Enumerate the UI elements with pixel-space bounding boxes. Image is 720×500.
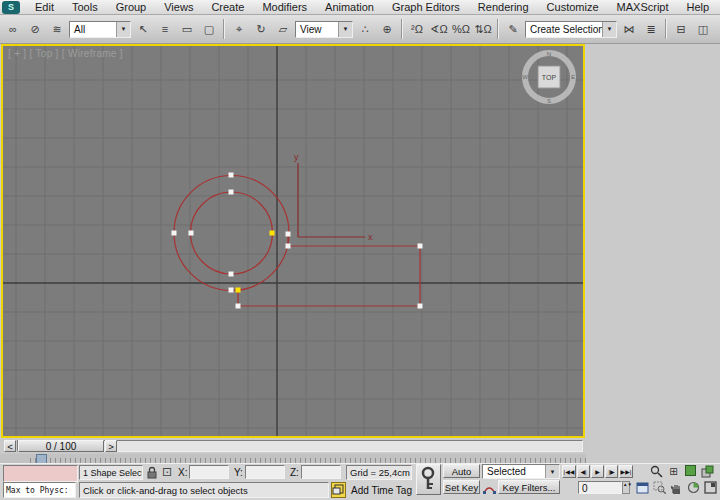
material-editor-icon[interactable]: ◍ <box>715 19 720 39</box>
window-crossing-toggle-icon[interactable]: ▢ <box>199 19 219 39</box>
viewcube-label-n: N <box>547 51 551 57</box>
viewport-top-wireframe[interactable]: yxTOPNSEW [ + ] [ Top ] [ Wireframe ] <box>3 46 583 436</box>
use-pivot-point-center-icon[interactable]: ∴ <box>355 19 375 39</box>
previous-frame-button[interactable]: ◀| <box>577 465 590 478</box>
frame-spinner[interactable]: ▲▼ <box>622 481 630 494</box>
status-bar: Max to Physc: 1 Shape Selected ⊡ X: Y: Z… <box>0 463 720 500</box>
key-filters-button[interactable]: Key Filters... <box>498 480 560 494</box>
menu-group[interactable]: Group <box>107 1 156 13</box>
menu-rendering[interactable]: Rendering <box>469 1 538 13</box>
align-icon[interactable]: ≣ <box>641 19 661 39</box>
layer-manager-icon[interactable]: ⊟ <box>671 19 691 39</box>
next-frame-button[interactable]: |▶ <box>605 465 618 478</box>
menu-tools[interactable]: Tools <box>63 1 107 13</box>
main-toolbar: ∞ ⊘ ≋ All ▼ ↖ ≡ ▭ ▢ ⌖ ↻ ▱ View ▼ ∴ ⊕ ²Ω … <box>0 15 720 44</box>
absolute-mode-transform-icon[interactable]: ⊡ <box>162 465 172 479</box>
mirror-icon[interactable]: ⋈ <box>619 19 639 39</box>
auto-key-button[interactable]: Auto Key <box>443 464 480 478</box>
zoom-all-icon[interactable]: ⊞ <box>666 465 681 479</box>
toolbar-separator <box>223 19 225 39</box>
current-frame-field[interactable]: 0 <box>578 481 622 494</box>
pan-hand-icon[interactable] <box>669 481 684 495</box>
menu-animation[interactable]: Animation <box>316 1 383 13</box>
time-next-frame-button[interactable]: > <box>105 440 117 452</box>
select-and-manipulate-icon[interactable]: ⊕ <box>377 19 397 39</box>
zoom-extents-all-icon[interactable] <box>700 465 715 479</box>
zoom-icon[interactable] <box>649 465 664 479</box>
unlink-selection-icon[interactable]: ⊘ <box>25 19 45 39</box>
time-slider-handle[interactable]: 0 / 100 <box>18 440 104 452</box>
bind-to-space-warp-icon[interactable]: ≋ <box>47 19 67 39</box>
selection-status: 1 Shape Selected <box>79 465 143 480</box>
prompt-line: Click or click-and-drag to select object… <box>79 482 329 498</box>
maxscript-mini-listener[interactable]: Max to Physc: <box>3 482 76 498</box>
time-configuration-icon[interactable] <box>636 482 649 494</box>
select-by-name-icon[interactable]: ≡ <box>155 19 175 39</box>
select-and-rotate-icon[interactable]: ↻ <box>251 19 271 39</box>
command-panel: ☼ ∫ ⊞ ◎ ▣ ⚒ Rectangle001 Modifier List ▼… <box>586 44 720 463</box>
playback-controls: |◀◀ ◀| ▶ |▶ ▶▶| <box>562 465 633 478</box>
viewcube-label-e: E <box>571 74 575 80</box>
viewport-nav-row1: ⊞ <box>649 465 715 479</box>
viewcube-label-top: TOP <box>542 74 557 81</box>
play-button[interactable]: ▶ <box>591 465 604 478</box>
viewport-nav-row2 <box>652 481 718 495</box>
vertex-handle <box>229 173 234 178</box>
default-in-out-tangent-icon[interactable] <box>483 482 496 495</box>
dropdown-arrow-icon: ▼ <box>602 22 616 37</box>
edit-named-selection-sets-icon[interactable]: ✎ <box>503 19 523 39</box>
x-coord-label: X: <box>178 467 187 478</box>
selection-filter-dropdown[interactable]: All ▼ <box>69 21 131 38</box>
menu-modifiers[interactable]: Modifiers <box>253 1 316 13</box>
add-time-tag[interactable]: Add Time Tag <box>351 485 412 496</box>
vertex-handle <box>286 244 291 249</box>
track-bar[interactable] <box>0 454 586 463</box>
angle-snap-toggle-icon[interactable]: ∢Ω <box>429 19 449 39</box>
orbit-icon[interactable] <box>686 481 701 495</box>
menu-maxscript[interactable]: MAXScript <box>608 1 678 13</box>
coord-system-value: View <box>300 24 322 35</box>
spinner-snap-toggle-icon[interactable]: ⇅Ω <box>473 19 493 39</box>
set-key-button[interactable]: Set Key <box>443 480 480 494</box>
zoom-region-icon[interactable] <box>652 481 667 495</box>
y-coord-field[interactable] <box>245 465 285 479</box>
reference-coordinate-system-dropdown[interactable]: View ▼ <box>295 21 353 38</box>
z-coord-field[interactable] <box>301 465 341 479</box>
selection-region-window-icon[interactable] <box>331 482 346 498</box>
set-keys-button[interactable] <box>416 464 441 495</box>
select-object-icon[interactable]: ↖ <box>133 19 153 39</box>
viewport-canvas[interactable]: yxTOPNSEW <box>3 46 583 436</box>
maximize-viewport-toggle-icon[interactable] <box>703 481 718 495</box>
menu-help[interactable]: Help <box>678 1 719 13</box>
maxscript-mini-listener-pink[interactable] <box>3 465 78 482</box>
menu-views[interactable]: Views <box>155 1 202 13</box>
selection-lock-icon[interactable] <box>146 466 158 479</box>
go-to-start-button[interactable]: |◀◀ <box>562 465 576 478</box>
spline-circle <box>191 192 273 274</box>
grid-setting: Grid = 25,4cm <box>346 465 412 480</box>
vertex-handle <box>172 231 177 236</box>
selection-set-keying-dropdown[interactable]: Selected▼ <box>482 464 560 479</box>
zoom-extents-icon[interactable] <box>683 465 698 479</box>
viewcube-label-w: W <box>522 74 528 80</box>
percent-snap-toggle-icon[interactable]: %Ω <box>451 19 471 39</box>
viewport-label[interactable]: [ + ] [ Top ] [ Wireframe ] <box>8 48 123 59</box>
graph-editors-icon[interactable]: ◫ <box>693 19 713 39</box>
menu-create[interactable]: Create <box>202 1 253 13</box>
3ds-max-window: Edit Tools Group Views Create Modifiers … <box>0 0 720 500</box>
menu-edit[interactable]: Edit <box>26 1 63 13</box>
time-prev-frame-button[interactable]: < <box>4 440 16 452</box>
active-viewport[interactable]: yxTOPNSEW [ + ] [ Top ] [ Wireframe ] <box>1 44 585 438</box>
select-and-move-icon[interactable]: ⌖ <box>229 19 249 39</box>
named-selection-sets-dropdown[interactable]: Create Selection Se ▼ <box>525 21 617 38</box>
selected-vertex-handle <box>236 288 241 293</box>
menu-graph-editors[interactable]: Graph Editors <box>383 1 469 13</box>
menu-customize[interactable]: Customize <box>538 1 608 13</box>
snap-toggle-2d-icon[interactable]: ²Ω <box>407 19 427 39</box>
select-and-scale-icon[interactable]: ▱ <box>273 19 293 39</box>
app-logo-icon[interactable]: S <box>2 1 20 14</box>
select-and-link-icon[interactable]: ∞ <box>3 19 23 39</box>
x-coord-field[interactable] <box>189 465 229 479</box>
go-to-end-button[interactable]: ▶▶| <box>619 465 633 478</box>
rectangular-selection-region-icon[interactable]: ▭ <box>177 19 197 39</box>
